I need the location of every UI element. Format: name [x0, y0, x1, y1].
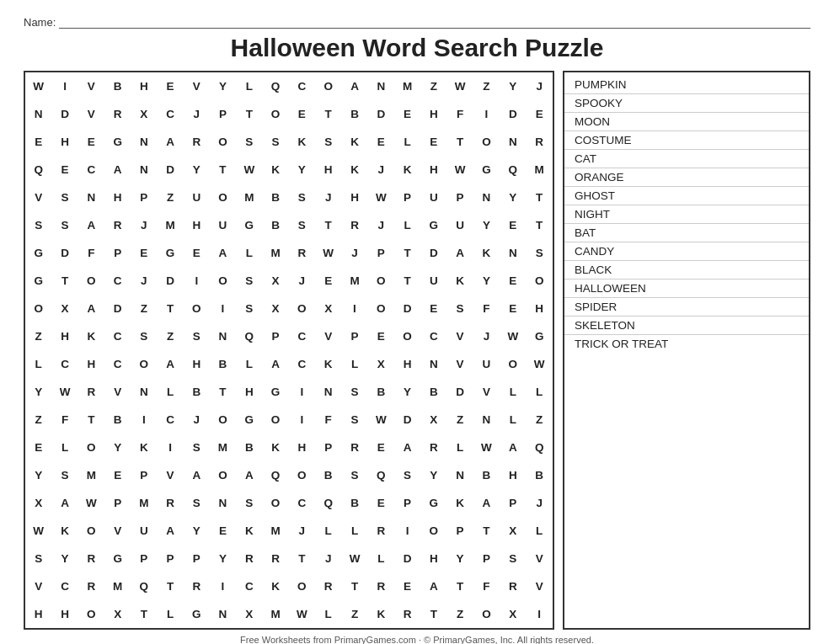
grid-cell: Q: [25, 156, 51, 184]
grid-cell: S: [131, 322, 157, 350]
grid-cell: O: [473, 600, 500, 628]
grid-cell: L: [315, 517, 341, 545]
grid-cell: W: [473, 434, 500, 461]
grid-cell: W: [315, 239, 341, 267]
grid-cell: G: [157, 239, 183, 267]
grid-cell: O: [78, 517, 104, 545]
grid-cell: I: [526, 600, 553, 628]
name-label: Name:: [24, 16, 56, 29]
word-item: BAT: [564, 224, 809, 242]
grid-cell: B: [315, 461, 341, 489]
grid-cell: S: [289, 184, 315, 211]
grid-cell: G: [184, 600, 210, 628]
grid-cell: O: [526, 267, 553, 295]
grid-cell: C: [420, 322, 446, 350]
grid-cell: B: [420, 378, 446, 406]
grid-cell: A: [262, 350, 288, 378]
grid-cell: Q: [236, 322, 262, 350]
grid-cell: R: [500, 572, 526, 600]
grid-cell: Y: [500, 72, 526, 100]
grid-cell: V: [25, 572, 51, 600]
grid-cell: I: [341, 295, 367, 322]
grid-cell: S: [289, 211, 315, 239]
grid-cell: R: [394, 600, 420, 628]
grid-cell: E: [394, 100, 420, 128]
grid-cell: C: [289, 72, 315, 100]
grid-cell: M: [262, 517, 288, 545]
grid-cell: J: [473, 322, 500, 350]
grid-cell: H: [341, 184, 367, 211]
grid-cell: Y: [25, 378, 51, 406]
grid-cell: T: [394, 267, 420, 295]
grid-cell: G: [236, 211, 262, 239]
grid-cell: M: [341, 267, 367, 295]
grid-cell: P: [131, 545, 157, 572]
grid-cell: S: [236, 489, 262, 517]
grid-cell: J: [315, 545, 341, 572]
grid-cell: R: [78, 572, 104, 600]
grid-cell: J: [289, 267, 315, 295]
grid-cell: H: [184, 350, 210, 378]
grid-cell: V: [473, 378, 500, 406]
grid-cell: H: [184, 211, 210, 239]
word-item: SPOOKY: [564, 94, 809, 113]
grid-cell: R: [78, 545, 104, 572]
grid-cell: K: [368, 600, 394, 628]
grid-cell: D: [394, 295, 420, 322]
grid-cell: R: [420, 434, 446, 461]
grid-cell: S: [25, 545, 51, 572]
grid-cell: A: [157, 128, 183, 156]
grid-cell: I: [473, 100, 500, 128]
grid-cell: V: [315, 322, 341, 350]
grid-cell: C: [51, 572, 78, 600]
grid-cell: M: [157, 211, 183, 239]
grid-cell: S: [51, 211, 78, 239]
grid-cell: N: [210, 600, 236, 628]
grid-cell: I: [394, 517, 420, 545]
grid-cell: G: [104, 545, 131, 572]
grid-cell: Y: [104, 434, 131, 461]
grid-cell: Y: [289, 156, 315, 184]
grid-cell: T: [289, 545, 315, 572]
grid-cell: P: [210, 100, 236, 128]
grid-cell: K: [341, 156, 367, 184]
grid-cell: I: [289, 406, 315, 434]
grid-cell: C: [157, 100, 183, 128]
grid-cell: P: [500, 489, 526, 517]
grid-cell: M: [210, 434, 236, 461]
grid-cell: O: [289, 295, 315, 322]
grid-cell: P: [131, 184, 157, 211]
grid-cell: Z: [25, 322, 51, 350]
grid-cell: I: [157, 434, 183, 461]
grid-cell: Z: [157, 184, 183, 211]
grid-cell: V: [446, 322, 473, 350]
grid-cell: R: [184, 572, 210, 600]
grid-cell: W: [51, 378, 78, 406]
grid-cell: K: [51, 517, 78, 545]
grid-cell: T: [210, 378, 236, 406]
grid-cell: I: [289, 378, 315, 406]
grid-cell: P: [104, 239, 131, 267]
grid-cell: C: [236, 572, 262, 600]
grid-cell: B: [236, 434, 262, 461]
grid-cell: S: [341, 378, 367, 406]
grid-cell: C: [289, 350, 315, 378]
grid-cell: V: [184, 72, 210, 100]
grid-cell: X: [420, 406, 446, 434]
word-item: SKELETON: [564, 317, 809, 335]
grid-cell: W: [446, 156, 473, 184]
grid-cell: A: [78, 295, 104, 322]
grid-cell: A: [210, 239, 236, 267]
grid-cell: M: [236, 184, 262, 211]
grid-cell: E: [25, 434, 51, 461]
grid-cell: C: [289, 322, 315, 350]
grid-cell: K: [473, 239, 500, 267]
grid-cell: P: [104, 489, 131, 517]
grid-cell: Q: [500, 156, 526, 184]
grid-cell: G: [473, 156, 500, 184]
grid-cell: F: [78, 239, 104, 267]
grid-cell: A: [394, 434, 420, 461]
name-line: Name:: [24, 15, 810, 29]
grid-cell: G: [104, 128, 131, 156]
grid-cell: O: [210, 184, 236, 211]
